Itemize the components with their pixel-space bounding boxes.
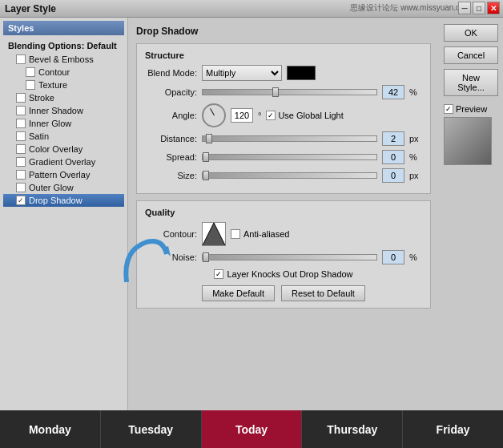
minimize-button[interactable]: ─ bbox=[458, 2, 471, 14]
reset-to-default-button[interactable]: Reset to Default bbox=[281, 285, 365, 301]
distance-slider-container bbox=[202, 135, 377, 142]
layer-knocks-row: Layer Knocks Out Drop Shadow bbox=[145, 269, 422, 279]
ok-button[interactable]: OK bbox=[444, 24, 498, 42]
spread-slider-track[interactable] bbox=[202, 154, 377, 160]
size-input[interactable]: 0 bbox=[382, 168, 404, 183]
sidebar-item-satin[interactable]: Satin bbox=[3, 130, 124, 143]
preview-section: Preview bbox=[444, 104, 498, 165]
opacity-slider-container bbox=[202, 89, 377, 95]
color-overlay-checkbox[interactable] bbox=[16, 144, 26, 154]
opacity-slider-track[interactable] bbox=[202, 89, 377, 95]
quality-title: Quality bbox=[145, 208, 422, 217]
opacity-label: Opacity: bbox=[145, 87, 197, 97]
title-bar-buttons: ─ □ ✕ bbox=[458, 2, 500, 14]
calendar-thursday[interactable]: Thursday bbox=[302, 410, 403, 448]
contour-preview[interactable] bbox=[202, 222, 226, 246]
anti-alias-row: Anti-aliased bbox=[231, 229, 289, 239]
calendar-today[interactable]: Today bbox=[202, 410, 303, 448]
noise-row: Noise: 0 % bbox=[145, 250, 422, 264]
stroke-label: Stroke bbox=[29, 93, 54, 103]
size-slider-thumb[interactable] bbox=[203, 171, 209, 180]
sidebar-item-texture[interactable]: Texture bbox=[3, 79, 124, 91]
size-slider-container bbox=[202, 172, 377, 179]
distance-row: Distance: 2 px bbox=[145, 131, 422, 146]
blend-mode-select[interactable]: Multiply Normal Screen Overlay bbox=[202, 65, 282, 81]
pattern-overlay-checkbox[interactable] bbox=[16, 170, 26, 180]
sidebar-item-color-overlay[interactable]: Color Overlay bbox=[3, 143, 124, 155]
distance-unit: px bbox=[409, 134, 422, 143]
sidebar-item-pattern-overlay[interactable]: Pattern Overlay bbox=[3, 168, 124, 181]
sidebar-item-gradient-overlay[interactable]: Gradient Overlay bbox=[3, 155, 124, 168]
make-default-button[interactable]: Make Default bbox=[202, 285, 275, 301]
spread-slider-thumb[interactable] bbox=[203, 152, 209, 162]
distance-input[interactable]: 2 bbox=[382, 131, 404, 146]
sidebar-item-inner-shadow[interactable]: Inner Shadow bbox=[3, 104, 124, 117]
size-unit: px bbox=[409, 171, 422, 180]
size-label: Size: bbox=[145, 171, 197, 180]
gradient-overlay-checkbox[interactable] bbox=[16, 157, 26, 167]
action-buttons-panel: OK Cancel New Style... Preview bbox=[439, 18, 503, 410]
close-button[interactable]: ✕ bbox=[487, 2, 500, 14]
cancel-button[interactable]: Cancel bbox=[444, 46, 498, 64]
contour-checkbox[interactable] bbox=[26, 67, 35, 77]
contour-label: Contour: bbox=[145, 229, 197, 239]
svg-marker-0 bbox=[203, 223, 225, 245]
drop-shadow-checkbox[interactable] bbox=[16, 196, 26, 205]
satin-checkbox[interactable] bbox=[16, 131, 26, 141]
bottom-buttons: Make Default Reset to Default bbox=[145, 285, 422, 301]
spread-unit: % bbox=[409, 152, 422, 162]
drop-shadow-label: Drop Shadow bbox=[29, 196, 82, 205]
drop-shadow-title: Drop Shadow bbox=[136, 26, 431, 37]
sidebar-item-drop-shadow[interactable]: Drop Shadow bbox=[3, 194, 124, 207]
angle-dial[interactable] bbox=[202, 103, 226, 127]
calendar-friday[interactable]: Friday bbox=[403, 410, 503, 448]
noise-unit: % bbox=[409, 252, 422, 262]
sidebar: Styles Blending Options: Default Bevel &… bbox=[0, 18, 128, 410]
sidebar-item-bevel-emboss[interactable]: Bevel & Emboss bbox=[3, 53, 124, 66]
blending-options-section[interactable]: Blending Options: Default bbox=[3, 38, 124, 53]
right-panel: Drop Shadow Structure Blend Mode: Multip… bbox=[128, 18, 503, 410]
satin-label: Satin bbox=[29, 131, 49, 141]
preview-checkbox[interactable] bbox=[444, 104, 453, 114]
new-style-button[interactable]: New Style... bbox=[444, 69, 498, 96]
outer-glow-label: Outer Glow bbox=[29, 183, 74, 192]
opacity-input[interactable]: 42 bbox=[382, 85, 404, 99]
size-slider-track[interactable] bbox=[202, 172, 377, 179]
sidebar-item-contour[interactable]: Contour bbox=[3, 66, 124, 79]
angle-row: Angle: 120 ° Use Global Light bbox=[145, 103, 422, 127]
global-light-checkbox-label[interactable]: Use Global Light bbox=[266, 111, 343, 120]
preview-checkbox-label[interactable]: Preview bbox=[444, 104, 487, 114]
distance-slider-thumb[interactable] bbox=[206, 134, 212, 143]
shadow-color-swatch[interactable] bbox=[287, 66, 316, 80]
opacity-row: Opacity: 42 % bbox=[145, 85, 422, 99]
opacity-slider-thumb[interactable] bbox=[272, 87, 279, 97]
content-area: Drop Shadow Structure Blend Mode: Multip… bbox=[128, 18, 439, 410]
distance-label: Distance: bbox=[145, 134, 197, 143]
noise-slider-thumb[interactable] bbox=[203, 252, 209, 262]
noise-input[interactable]: 0 bbox=[382, 250, 404, 264]
gradient-overlay-label: Gradient Overlay bbox=[29, 157, 95, 167]
inner-shadow-checkbox[interactable] bbox=[16, 106, 26, 115]
layer-knocks-checkbox[interactable] bbox=[214, 269, 223, 279]
styles-header: Styles bbox=[3, 21, 124, 35]
sidebar-item-outer-glow[interactable]: Outer Glow bbox=[3, 181, 124, 194]
noise-label: Noise: bbox=[145, 252, 197, 262]
structure-title: Structure bbox=[145, 50, 422, 60]
spread-input[interactable]: 0 bbox=[382, 150, 404, 164]
angle-input[interactable]: 120 bbox=[231, 108, 253, 123]
maximize-button[interactable]: □ bbox=[473, 2, 485, 14]
calendar-monday[interactable]: Monday bbox=[0, 410, 101, 448]
texture-checkbox[interactable] bbox=[26, 80, 35, 90]
global-light-checkbox[interactable] bbox=[266, 111, 276, 120]
stroke-checkbox[interactable] bbox=[16, 93, 26, 103]
calendar-tuesday[interactable]: Tuesday bbox=[101, 410, 202, 448]
outer-glow-checkbox[interactable] bbox=[16, 183, 26, 192]
anti-alias-checkbox[interactable] bbox=[231, 229, 240, 239]
distance-slider-track[interactable] bbox=[202, 135, 377, 142]
inner-glow-label: Inner Glow bbox=[29, 119, 71, 128]
noise-slider-track[interactable] bbox=[202, 254, 377, 260]
inner-glow-checkbox[interactable] bbox=[16, 119, 26, 128]
sidebar-item-stroke[interactable]: Stroke bbox=[3, 91, 124, 104]
sidebar-item-inner-glow[interactable]: Inner Glow bbox=[3, 117, 124, 130]
bevel-emboss-checkbox[interactable] bbox=[16, 54, 26, 64]
